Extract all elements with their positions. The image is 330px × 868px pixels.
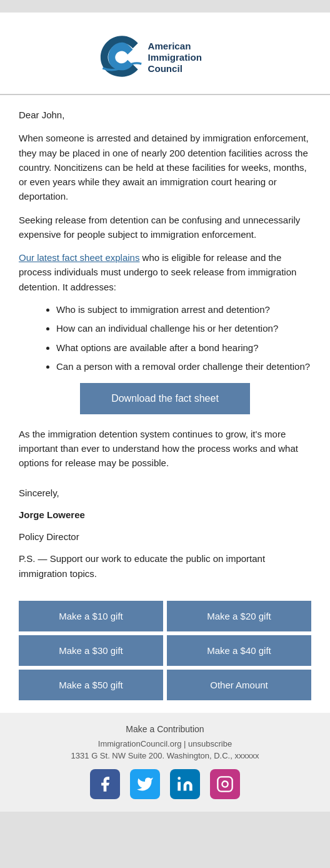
bullet-list: Who is subject to immigration arrest and… [56, 303, 311, 374]
svg-text:Council: Council [148, 63, 182, 74]
svg-point-3 [178, 777, 181, 780]
list-item: How can an individual challenge his or h… [56, 322, 311, 336]
make-contribution-label: Make a Contribution [12, 724, 318, 734]
donate-50-button[interactable]: Make a $50 gift [19, 670, 163, 700]
social-icons [12, 769, 318, 799]
donate-other-button[interactable]: Other Amount [167, 670, 311, 700]
greeting: Dear John, [19, 108, 311, 122]
footer-links: ImmigrationCouncil.org | unsubscribe [12, 739, 318, 748]
donate-10-button[interactable]: Make a $10 gift [19, 601, 163, 631]
list-item: Who is subject to immigration arrest and… [56, 303, 311, 317]
paragraph-1: When someone is arrested and detained by… [19, 131, 311, 203]
download-fact-sheet-button[interactable]: Download the fact sheet [80, 383, 250, 414]
signature-title: Policy Director [19, 529, 311, 544]
list-item: Can a person with a removal order challe… [56, 360, 311, 374]
fact-sheet-link[interactable]: Our latest fact sheet explains [19, 252, 139, 263]
paragraph-closing: As the immigration detention system cont… [19, 427, 311, 471]
logo-wrapper: American Immigration Council [19, 25, 311, 88]
svg-text:Immigration: Immigration [148, 52, 202, 63]
twitter-icon[interactable] [130, 769, 160, 799]
signature-section: Sincerely, Jorge Loweree Policy Director… [0, 486, 330, 595]
footer-address: 1331 G St. NW Suite 200. Washington, D.C… [12, 751, 318, 760]
donate-40-button[interactable]: Make a $40 gift [167, 635, 311, 666]
instagram-icon[interactable] [210, 769, 240, 799]
footer: Make a Contribution ImmigrationCouncil.o… [0, 713, 330, 812]
svg-rect-4 [218, 777, 232, 791]
linkedin-icon[interactable] [170, 769, 200, 799]
header: American Immigration Council [0, 13, 330, 95]
paragraph-2: Seeking release from detention can be co… [19, 213, 311, 242]
aic-logo: American Immigration Council [96, 25, 234, 88]
list-item: What options are available after a bond … [56, 341, 311, 355]
paragraph-3: Our latest fact sheet explains who is el… [19, 250, 311, 294]
website-link[interactable]: ImmigrationCouncil.org [98, 739, 182, 748]
donation-grid: Make a $10 gift Make a $20 gift Make a $… [0, 595, 330, 713]
signature-name: Jorge Loweree [19, 508, 311, 522]
footer-separator: | [181, 739, 188, 748]
download-btn-wrapper: Download the fact sheet [19, 383, 311, 414]
ps-text: P.S. — Support our work to educate the p… [19, 551, 311, 581]
facebook-icon[interactable] [90, 769, 120, 799]
sincerely: Sincerely, [19, 486, 311, 500]
donate-20-button[interactable]: Make a $20 gift [167, 601, 311, 631]
donate-30-button[interactable]: Make a $30 gift [19, 635, 163, 666]
svg-text:American: American [148, 41, 191, 51]
unsubscribe-link[interactable]: unsubscribe [188, 739, 232, 748]
body-content: Dear John, When someone is arrested and … [0, 95, 330, 486]
